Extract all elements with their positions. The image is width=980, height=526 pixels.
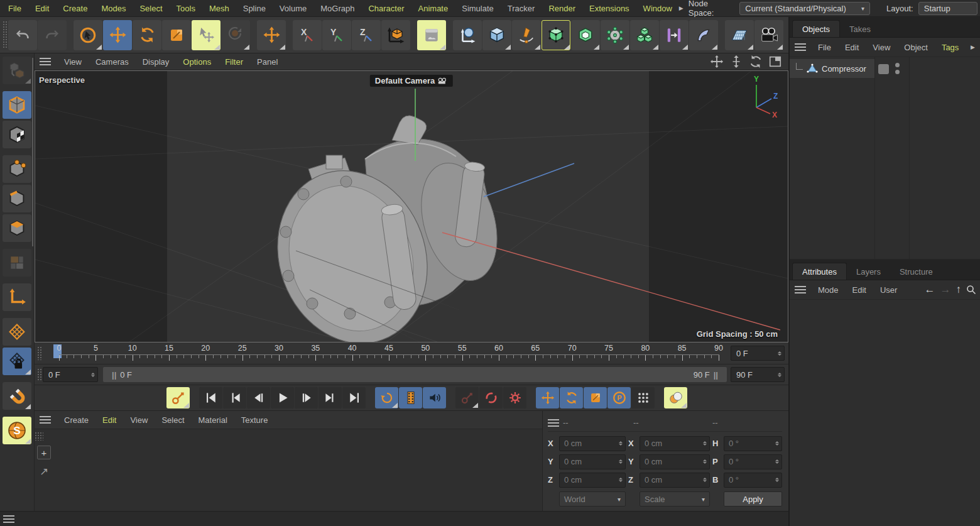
enable-axis-button[interactable] (3, 283, 31, 311)
mat-menu-material[interactable]: Material (192, 415, 234, 425)
material-grip[interactable] (35, 432, 43, 441)
vp-menu-panel[interactable]: Panel (250, 57, 285, 67)
menu-render[interactable]: Render (542, 4, 582, 13)
viewport-canvas[interactable]: Perspective Default Camera Y Z X Grid Sp… (35, 70, 788, 342)
mat-menu-view[interactable]: View (123, 415, 155, 425)
pos-x-field[interactable]: 0 cm (559, 436, 626, 451)
scale-z-field[interactable]: 0 cm (640, 473, 710, 488)
loop-mode-button[interactable] (375, 387, 398, 408)
z-axis-lock-button[interactable]: Z (352, 20, 381, 50)
menu-tracker[interactable]: Tracker (501, 4, 542, 13)
vp-menu-display[interactable]: Display (136, 57, 177, 67)
goto-previous-key-button[interactable] (223, 387, 246, 408)
tab-structure[interactable]: Structure (890, 263, 942, 280)
scale-y-field[interactable]: 0 cm (640, 454, 710, 469)
material-menu-icon[interactable] (40, 416, 51, 424)
mat-menu-select[interactable]: Select (155, 415, 191, 425)
obj-menu-tags[interactable]: Tags (935, 43, 966, 52)
autokeying-button[interactable] (479, 387, 503, 408)
menu-character[interactable]: Character (361, 4, 411, 13)
popout-button[interactable]: ↗ (37, 464, 51, 478)
rotate-tool[interactable] (133, 20, 161, 50)
record-active-objects-button[interactable] (455, 387, 479, 408)
workplane-mode-button[interactable] (3, 348, 31, 375)
object-list[interactable]: Compressor (790, 57, 980, 260)
view-label[interactable]: Perspective (39, 75, 85, 85)
goto-start-button[interactable] (199, 387, 222, 408)
attr-menu-edit[interactable]: Edit (846, 285, 873, 295)
menu-select[interactable]: Select (133, 4, 169, 13)
solo-toggle-button[interactable] (664, 387, 687, 408)
obj-menu-file[interactable]: File (811, 43, 838, 52)
menu-file[interactable]: File (1, 4, 28, 13)
x-axis-lock-button[interactable]: X (293, 20, 322, 50)
tab-layers[interactable]: Layers (847, 263, 890, 280)
vp-menu-filter[interactable]: Filter (218, 57, 250, 67)
menu-extensions[interactable]: Extensions (582, 4, 636, 13)
obj-menu-view[interactable]: View (866, 43, 897, 52)
tab-attributes[interactable]: Attributes (792, 263, 847, 280)
object-name[interactable]: Compressor (822, 64, 866, 74)
range-end-spinner[interactable]: 90 F (731, 367, 785, 382)
layout-select[interactable]: Startup (918, 2, 977, 15)
menu-modes[interactable]: Modes (94, 4, 133, 13)
mat-menu-create[interactable]: Create (57, 415, 95, 425)
node-space-select[interactable]: Current (Standard/Physical) ▾ (739, 2, 870, 15)
key-parameter-button[interactable]: P (607, 387, 631, 408)
menu-mesh[interactable]: Mesh (202, 4, 236, 13)
record-keyframe-button[interactable] (166, 387, 190, 408)
history-back-icon[interactable]: ← (925, 283, 935, 296)
modeling-axis-button[interactable] (453, 20, 482, 50)
menu-edit[interactable]: Edit (28, 4, 56, 13)
camera-label[interactable]: Default Camera (370, 75, 453, 87)
extrude-generator-button[interactable] (571, 20, 600, 50)
camera-button[interactable] (754, 20, 783, 50)
spinner-arrows-icon[interactable] (778, 373, 781, 377)
rot-h-field[interactable]: 0 ° (724, 436, 782, 451)
dolly-view-icon[interactable] (729, 55, 743, 68)
coordinates-menu-icon[interactable] (548, 419, 559, 427)
status-menu-icon[interactable] (3, 515, 14, 523)
layer-badge[interactable] (878, 64, 889, 74)
palette-scrollbar[interactable] (32, 58, 33, 246)
viewport-menu-icon[interactable] (40, 58, 51, 65)
menu-more-arrow-icon[interactable]: ▶ (971, 44, 980, 50)
search-icon[interactable] (966, 285, 976, 295)
goto-next-key-button[interactable] (318, 387, 342, 408)
key-rotation-button[interactable] (560, 387, 583, 408)
attr-menu-user[interactable]: User (873, 285, 904, 295)
redo-button[interactable] (38, 20, 67, 50)
array-cloner-button[interactable] (630, 20, 659, 50)
goto-previous-frame-button[interactable] (247, 387, 270, 408)
polygon-object-icon[interactable] (807, 63, 818, 74)
rotate-view-icon[interactable] (749, 55, 763, 68)
move-axis-button[interactable] (257, 20, 286, 50)
range-grip[interactable] (37, 368, 41, 381)
axis-gizmo[interactable]: Y Z X (738, 75, 778, 119)
menu-animate[interactable]: Animate (411, 4, 455, 13)
make-editable-button[interactable] (3, 57, 31, 84)
spinner-arrows-icon[interactable] (91, 373, 95, 377)
timeline-track[interactable]: 0 5 10 15 20 25 30 35 40 45 50 55 60 65 … (43, 342, 727, 364)
spinner-arrows-icon[interactable] (778, 351, 781, 356)
cube-primitive-button[interactable] (482, 20, 511, 50)
render-preview-button[interactable] (399, 387, 422, 408)
object-menu-icon[interactable] (795, 43, 806, 51)
rot-p-field[interactable]: 0 ° (724, 454, 782, 469)
pos-z-field[interactable]: 0 cm (559, 473, 626, 488)
snap-magnet-button[interactable] (3, 382, 31, 410)
live-selection-tool[interactable] (74, 20, 102, 50)
coordinate-system-select[interactable]: World▾ (559, 491, 626, 507)
menu-simulate[interactable]: Simulate (455, 4, 501, 13)
menu-mograph[interactable]: MoGraph (313, 4, 361, 13)
volume-builder-button[interactable] (601, 20, 629, 50)
mat-menu-texture[interactable]: Texture (234, 415, 275, 425)
point-mode-button[interactable] (3, 155, 31, 183)
menu-create[interactable]: Create (56, 4, 94, 13)
goto-next-frame-button[interactable] (295, 387, 318, 408)
field-button[interactable] (660, 20, 689, 50)
pan-view-icon[interactable] (710, 55, 724, 68)
timeline-grip[interactable] (37, 346, 41, 360)
goto-end-button[interactable] (342, 387, 366, 408)
range-handle-right-icon[interactable]: || (714, 370, 718, 380)
